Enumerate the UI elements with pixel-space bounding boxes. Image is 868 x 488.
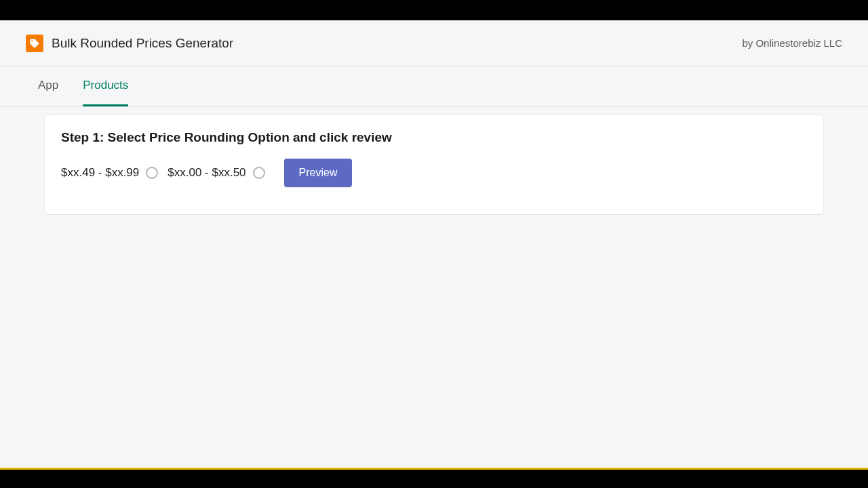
main-content: Step 1: Select Price Rounding Option and… <box>0 107 868 214</box>
bottom-black-bar <box>0 468 868 488</box>
tab-products[interactable]: Products <box>83 66 128 106</box>
card-title: Step 1: Select Price Rounding Option and… <box>61 130 807 145</box>
option-label-1: $xx.49 - $xx.99 <box>61 166 139 180</box>
app-title: Bulk Rounded Prices Generator <box>52 36 233 51</box>
app-header: Bulk Rounded Prices Generator by Onlines… <box>0 20 868 66</box>
byline: by Onlinestorebiz LLC <box>742 37 842 49</box>
radio-option-1[interactable] <box>146 167 158 179</box>
radio-option-2[interactable] <box>253 167 265 179</box>
top-black-bar <box>0 0 868 20</box>
step-card: Step 1: Select Price Rounding Option and… <box>45 115 823 214</box>
option-row: $xx.49 - $xx.99 $xx.00 - $xx.50 Preview <box>61 159 807 187</box>
option-group-1: $xx.49 - $xx.99 <box>61 166 158 180</box>
tab-label: App <box>38 79 58 92</box>
preview-button[interactable]: Preview <box>284 159 353 187</box>
tab-app[interactable]: App <box>38 66 58 106</box>
option-label-2: $xx.00 - $xx.50 <box>167 166 245 180</box>
tab-bar: App Products <box>0 66 868 107</box>
tab-label: Products <box>83 79 128 92</box>
option-group-2: $xx.00 - $xx.50 <box>167 166 264 180</box>
price-tag-icon <box>26 35 43 52</box>
header-left: Bulk Rounded Prices Generator <box>26 35 233 52</box>
